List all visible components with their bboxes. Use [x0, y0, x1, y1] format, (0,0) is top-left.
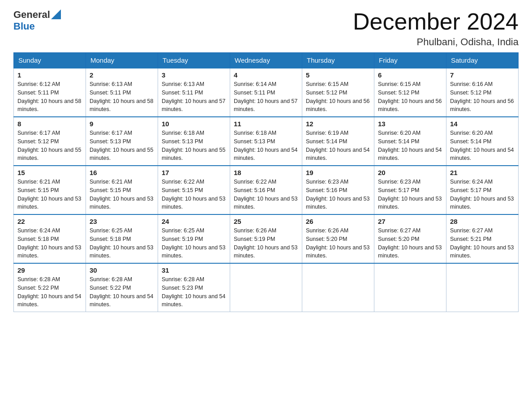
calendar-cell: 6 Sunrise: 6:15 AMSunset: 5:12 PMDayligh… [374, 68, 446, 117]
day-number: 29 [17, 266, 82, 274]
logo-triangle-icon [51, 9, 61, 19]
calendar-cell: 23 Sunrise: 6:25 AMSunset: 5:18 PMDaylig… [86, 214, 158, 263]
day-info: Sunrise: 6:23 AMSunset: 5:16 PMDaylight:… [306, 179, 369, 210]
day-number: 25 [234, 218, 298, 225]
day-info: Sunrise: 6:13 AMSunset: 5:11 PMDaylight:… [90, 81, 153, 112]
calendar-cell: 30 Sunrise: 6:28 AMSunset: 5:22 PMDaylig… [86, 263, 158, 312]
calendar-cell: 7 Sunrise: 6:16 AMSunset: 5:12 PMDayligh… [446, 68, 519, 117]
day-info: Sunrise: 6:20 AMSunset: 5:14 PMDaylight:… [378, 130, 442, 161]
day-info: Sunrise: 6:21 AMSunset: 5:15 PMDaylight:… [17, 179, 81, 210]
location-title: Phulbani, Odisha, India [353, 36, 519, 48]
day-number: 6 [378, 71, 442, 79]
day-number: 31 [162, 266, 226, 274]
calendar-cell: 21 Sunrise: 6:24 AMSunset: 5:17 PMDaylig… [446, 166, 519, 214]
day-number: 3 [162, 71, 226, 79]
calendar-cell: 5 Sunrise: 6:15 AMSunset: 5:12 PMDayligh… [302, 68, 374, 117]
logo-general-text: General [13, 9, 50, 21]
day-info: Sunrise: 6:24 AMSunset: 5:17 PMDaylight:… [450, 179, 514, 210]
day-info: Sunrise: 6:25 AMSunset: 5:18 PMDaylight:… [90, 227, 153, 259]
calendar-cell: 9 Sunrise: 6:17 AMSunset: 5:13 PMDayligh… [86, 117, 158, 166]
calendar-cell: 27 Sunrise: 6:27 AMSunset: 5:20 PMDaylig… [374, 214, 446, 263]
weekday-header-thursday: Thursday [302, 53, 374, 68]
calendar-week-row: 22 Sunrise: 6:24 AMSunset: 5:18 PMDaylig… [14, 214, 519, 263]
calendar-week-row: 1 Sunrise: 6:12 AMSunset: 5:11 PMDayligh… [14, 68, 519, 117]
day-number: 4 [234, 71, 298, 79]
day-info: Sunrise: 6:13 AMSunset: 5:11 PMDaylight:… [162, 81, 225, 112]
calendar-cell: 3 Sunrise: 6:13 AMSunset: 5:11 PMDayligh… [158, 68, 230, 117]
day-info: Sunrise: 6:27 AMSunset: 5:20 PMDaylight:… [378, 227, 442, 259]
day-number: 17 [162, 169, 226, 176]
calendar-cell: 28 Sunrise: 6:27 AMSunset: 5:21 PMDaylig… [446, 214, 519, 263]
weekday-header-friday: Friday [374, 53, 446, 68]
page-header: General Blue December 2024 Phulbani, Odi… [13, 9, 519, 48]
day-info: Sunrise: 6:18 AMSunset: 5:13 PMDaylight:… [234, 130, 297, 161]
day-number: 14 [450, 120, 515, 128]
logo: General Blue [13, 9, 61, 32]
weekday-header-saturday: Saturday [446, 53, 519, 68]
day-info: Sunrise: 6:27 AMSunset: 5:21 PMDaylight:… [450, 227, 514, 259]
weekday-header-tuesday: Tuesday [158, 53, 230, 68]
calendar-week-row: 29 Sunrise: 6:28 AMSunset: 5:22 PMDaylig… [14, 263, 519, 312]
calendar-body: 1 Sunrise: 6:12 AMSunset: 5:11 PMDayligh… [14, 68, 519, 312]
day-info: Sunrise: 6:16 AMSunset: 5:12 PMDaylight:… [450, 81, 514, 112]
day-number: 8 [17, 120, 82, 128]
day-number: 15 [17, 169, 82, 176]
weekday-header-sunday: Sunday [14, 53, 86, 68]
calendar-cell: 2 Sunrise: 6:13 AMSunset: 5:11 PMDayligh… [86, 68, 158, 117]
day-info: Sunrise: 6:14 AMSunset: 5:11 PMDaylight:… [234, 81, 297, 112]
calendar-cell: 31 Sunrise: 6:28 AMSunset: 5:23 PMDaylig… [158, 263, 230, 312]
day-number: 20 [378, 169, 442, 176]
day-number: 5 [306, 71, 370, 79]
day-number: 11 [234, 120, 298, 128]
day-number: 2 [90, 71, 154, 79]
day-info: Sunrise: 6:21 AMSunset: 5:15 PMDaylight:… [90, 179, 153, 210]
month-title: December 2024 [353, 9, 519, 34]
day-info: Sunrise: 6:26 AMSunset: 5:20 PMDaylight:… [306, 227, 369, 259]
day-info: Sunrise: 6:25 AMSunset: 5:19 PMDaylight:… [162, 227, 225, 259]
day-number: 19 [306, 169, 370, 176]
calendar-cell: 25 Sunrise: 6:26 AMSunset: 5:19 PMDaylig… [230, 214, 302, 263]
day-number: 28 [450, 218, 515, 225]
day-number: 22 [17, 218, 82, 225]
calendar-cell: 20 Sunrise: 6:23 AMSunset: 5:17 PMDaylig… [374, 166, 446, 214]
calendar-cell [230, 263, 302, 312]
day-number: 18 [234, 169, 298, 176]
day-info: Sunrise: 6:28 AMSunset: 5:23 PMDaylight:… [162, 276, 225, 308]
calendar-cell [374, 263, 446, 312]
calendar-cell: 8 Sunrise: 6:17 AMSunset: 5:12 PMDayligh… [14, 117, 86, 166]
day-info: Sunrise: 6:28 AMSunset: 5:22 PMDaylight:… [17, 276, 81, 308]
calendar-cell: 4 Sunrise: 6:14 AMSunset: 5:11 PMDayligh… [230, 68, 302, 117]
day-number: 1 [17, 71, 82, 79]
calendar-cell: 16 Sunrise: 6:21 AMSunset: 5:15 PMDaylig… [86, 166, 158, 214]
day-info: Sunrise: 6:24 AMSunset: 5:18 PMDaylight:… [17, 227, 81, 259]
day-info: Sunrise: 6:23 AMSunset: 5:17 PMDaylight:… [378, 179, 442, 210]
calendar-cell: 13 Sunrise: 6:20 AMSunset: 5:14 PMDaylig… [374, 117, 446, 166]
day-number: 9 [90, 120, 154, 128]
day-number: 30 [90, 266, 154, 274]
calendar-cell: 10 Sunrise: 6:18 AMSunset: 5:13 PMDaylig… [158, 117, 230, 166]
calendar-cell: 18 Sunrise: 6:22 AMSunset: 5:16 PMDaylig… [230, 166, 302, 214]
day-info: Sunrise: 6:22 AMSunset: 5:16 PMDaylight:… [234, 179, 297, 210]
day-number: 23 [90, 218, 154, 225]
calendar-cell: 29 Sunrise: 6:28 AMSunset: 5:22 PMDaylig… [14, 263, 86, 312]
calendar-cell: 22 Sunrise: 6:24 AMSunset: 5:18 PMDaylig… [14, 214, 86, 263]
day-number: 26 [306, 218, 370, 225]
calendar-cell [302, 263, 374, 312]
calendar-cell: 17 Sunrise: 6:22 AMSunset: 5:15 PMDaylig… [158, 166, 230, 214]
title-block: December 2024 Phulbani, Odisha, India [353, 9, 519, 48]
calendar-cell: 26 Sunrise: 6:26 AMSunset: 5:20 PMDaylig… [302, 214, 374, 263]
calendar-cell: 15 Sunrise: 6:21 AMSunset: 5:15 PMDaylig… [14, 166, 86, 214]
day-info: Sunrise: 6:15 AMSunset: 5:12 PMDaylight:… [306, 81, 369, 112]
day-number: 27 [378, 218, 442, 225]
day-info: Sunrise: 6:17 AMSunset: 5:12 PMDaylight:… [17, 130, 81, 161]
day-info: Sunrise: 6:18 AMSunset: 5:13 PMDaylight:… [162, 130, 225, 161]
day-number: 7 [450, 71, 515, 79]
calendar-header-row: SundayMondayTuesdayWednesdayThursdayFrid… [14, 53, 519, 68]
calendar-cell: 11 Sunrise: 6:18 AMSunset: 5:13 PMDaylig… [230, 117, 302, 166]
day-number: 24 [162, 218, 226, 225]
day-info: Sunrise: 6:17 AMSunset: 5:13 PMDaylight:… [90, 130, 153, 161]
calendar-cell: 14 Sunrise: 6:20 AMSunset: 5:14 PMDaylig… [446, 117, 519, 166]
calendar-week-row: 8 Sunrise: 6:17 AMSunset: 5:12 PMDayligh… [14, 117, 519, 166]
logo-blue-text: Blue [13, 21, 35, 32]
day-number: 12 [306, 120, 370, 128]
